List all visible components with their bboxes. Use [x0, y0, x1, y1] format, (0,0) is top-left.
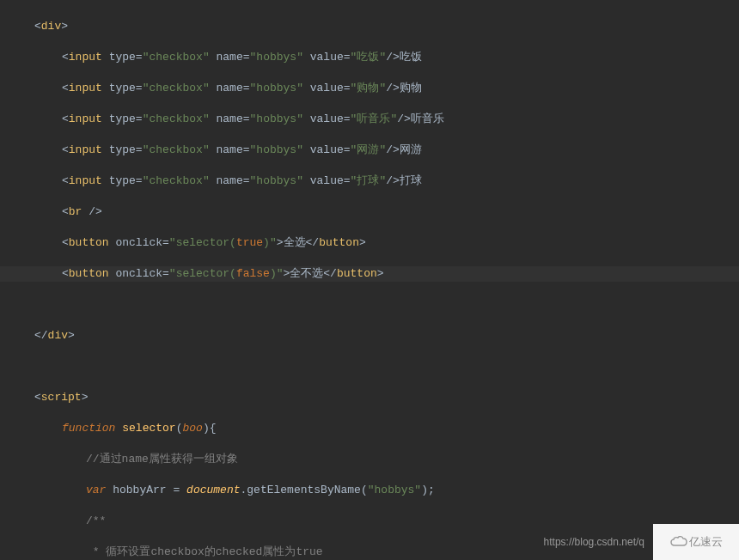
code-line [0, 359, 739, 374]
logo-text: 亿速云 [689, 534, 723, 550]
code-line: function selector(boo){ [0, 421, 739, 436]
code-line: <input type="checkbox" name="hobbys" val… [0, 143, 739, 158]
tag-div: div [41, 20, 61, 33]
watermark-url: https://blog.csdn.net/q [544, 534, 644, 550]
code-line: <br /> [0, 204, 739, 220]
code-line: <input type="checkbox" name="hobbys" val… [0, 112, 739, 127]
code-line: var hobbyArr = document.getElementsByNam… [0, 483, 739, 498]
tag-br: br [69, 205, 82, 218]
code-editor: <div> <input type="checkbox" name="hobby… [0, 0, 739, 560]
object-document: document [186, 484, 240, 496]
code-line: <div> [0, 19, 739, 34]
tag-input: input [69, 51, 102, 64]
cloud-icon [670, 533, 687, 551]
code-line: </div> [0, 328, 739, 344]
tag-button: button [69, 236, 109, 249]
keyword-var: var [86, 484, 106, 496]
code-line: //通过name属性获得一组对象 [0, 452, 739, 467]
code-line: <input type="checkbox" name="hobbys" val… [0, 50, 739, 65]
logo-badge: 亿速云 [653, 524, 739, 560]
code-line: <button onclick="selector(true)">全选</but… [0, 235, 739, 251]
code-line: <script> [0, 390, 739, 405]
comment: //通过name属性获得一组对象 [86, 453, 238, 466]
code-line: /** [0, 514, 739, 529]
code-line [0, 297, 739, 313]
code-line-highlighted: <button onclick="selector(false)">全不选</b… [0, 266, 739, 282]
code-line: <input type="checkbox" name="hobbys" val… [0, 173, 739, 189]
function-name: selector [122, 422, 175, 435]
keyword-function: function [62, 422, 115, 435]
tag-script: script [41, 391, 82, 404]
param-boo: boo [182, 422, 202, 435]
code-line: <input type="checkbox" name="hobbys" val… [0, 81, 739, 96]
